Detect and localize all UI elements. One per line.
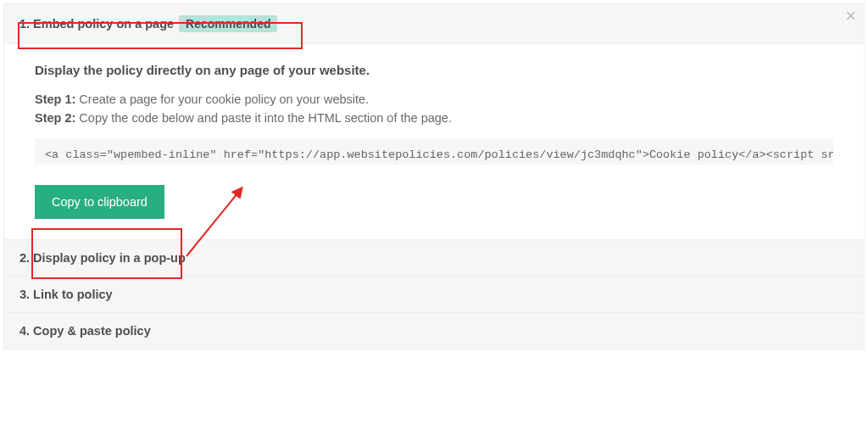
description-text: Display the policy directly on any page … xyxy=(35,63,833,77)
step-2-label: Step 2: xyxy=(35,111,75,125)
accordion-container: 1. Embed policy on a page Recommended Di… xyxy=(3,3,865,350)
code-content: <a class="wpembed-inline" href="https://… xyxy=(45,148,833,161)
step-2-text: Copy the code below and paste it into th… xyxy=(75,111,452,125)
accordion-title-2: 2. Display policy in a pop-up xyxy=(19,251,186,265)
accordion-title-1: 1. Embed policy on a page xyxy=(19,17,174,31)
accordion-header-popup[interactable]: 2. Display policy in a pop-up xyxy=(4,240,864,277)
step-1-text: Create a page for your cookie policy on … xyxy=(75,92,369,106)
accordion-title-3: 3. Link to policy xyxy=(19,288,113,301)
accordion-header-copy-paste[interactable]: 4. Copy & paste policy xyxy=(4,313,864,349)
close-icon[interactable]: × xyxy=(845,7,856,25)
step-2: Step 2: Copy the code below and paste it… xyxy=(35,111,833,125)
code-snippet[interactable]: <a class="wpembed-inline" href="https://… xyxy=(35,138,833,165)
step-1-label: Step 1: xyxy=(35,92,75,106)
step-1: Step 1: Create a page for your cookie po… xyxy=(35,92,833,106)
recommended-badge: Recommended xyxy=(179,15,277,32)
accordion-header-link[interactable]: 3. Link to policy xyxy=(4,277,864,313)
accordion-header-embed[interactable]: 1. Embed policy on a page Recommended xyxy=(4,4,864,44)
accordion-body-embed: Display the policy directly on any page … xyxy=(4,44,864,240)
accordion-title-4: 4. Copy & paste policy xyxy=(19,324,151,338)
copy-to-clipboard-button[interactable]: Copy to clipboard xyxy=(35,185,164,219)
